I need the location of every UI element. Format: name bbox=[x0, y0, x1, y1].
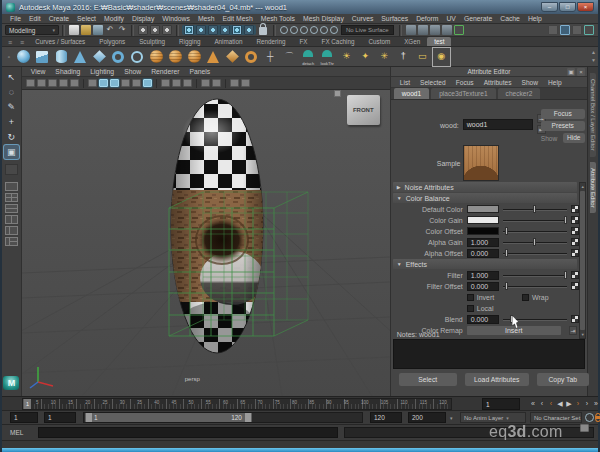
color-management-icon[interactable] bbox=[212, 79, 221, 87]
animation-end-field[interactable]: 200 bbox=[408, 412, 446, 423]
presets-button[interactable]: Presets bbox=[541, 121, 585, 131]
notes-textarea[interactable] bbox=[393, 339, 585, 369]
view-cube[interactable]: FRONT bbox=[347, 95, 380, 125]
value-field[interactable]: 1.000 bbox=[467, 238, 499, 247]
output-connections-icon[interactable] bbox=[290, 26, 298, 34]
scroll-down-icon[interactable]: ▼ bbox=[580, 331, 585, 338]
default-material-icon[interactable] bbox=[201, 79, 210, 87]
menu-item[interactable]: Surfaces bbox=[377, 15, 412, 22]
time-slider-track[interactable]: 1 51015202530354045505560657075808590951… bbox=[22, 398, 452, 410]
layout-two-side-by-side[interactable] bbox=[5, 215, 18, 224]
save-scene-icon[interactable] bbox=[93, 25, 103, 35]
slider-handle[interactable] bbox=[505, 282, 508, 290]
film-gate-icon[interactable] bbox=[241, 79, 250, 87]
close-icon[interactable]: × bbox=[577, 68, 585, 76]
soft-select-icon[interactable] bbox=[330, 26, 338, 34]
redo-icon[interactable]: ↷ bbox=[117, 25, 127, 35]
shadows-icon[interactable] bbox=[132, 79, 141, 87]
title-bar[interactable]: Autodesk Maya 2016: E:₩Basic₩shader₩scen… bbox=[2, 0, 598, 14]
go-to-start-button[interactable]: « bbox=[529, 398, 537, 410]
scrollbar-handle[interactable] bbox=[580, 191, 585, 330]
subdiv-sphere2-icon[interactable] bbox=[167, 48, 184, 66]
character-set-selector[interactable]: No Character Set bbox=[530, 412, 582, 423]
select-object-icon[interactable] bbox=[150, 25, 160, 35]
texture-map-button[interactable] bbox=[571, 315, 579, 323]
separator[interactable] bbox=[196, 79, 197, 88]
history-icon[interactable] bbox=[300, 26, 308, 34]
texture-sample-swatch[interactable] bbox=[463, 145, 499, 181]
value-field[interactable]: 0.000 bbox=[467, 249, 499, 258]
menu-item[interactable]: Windows bbox=[158, 15, 194, 22]
shelf-tab-curves-surfaces[interactable]: Curves / Surfaces bbox=[28, 37, 92, 46]
area-light-icon[interactable]: ▭ bbox=[414, 48, 431, 66]
layout-outliner-persp[interactable] bbox=[5, 226, 18, 235]
separator[interactable] bbox=[83, 79, 84, 88]
subdiv-sphere-icon[interactable] bbox=[148, 48, 165, 66]
step-forward-frame-button[interactable]: › bbox=[583, 398, 591, 410]
lock-camera-icon[interactable] bbox=[37, 79, 46, 87]
checkbox-icon[interactable] bbox=[467, 305, 474, 312]
command-line-mode-label[interactable]: MEL bbox=[10, 428, 36, 438]
poly-torus-icon[interactable] bbox=[110, 48, 127, 66]
range-track[interactable]: 1 120 bbox=[83, 412, 363, 423]
ae-footer-button[interactable]: Select bbox=[399, 373, 457, 386]
shelf-tab-xgen[interactable]: XGen bbox=[397, 37, 427, 46]
layout-three-pane[interactable] bbox=[5, 237, 18, 246]
auto-keyframe-icon[interactable] bbox=[595, 413, 600, 422]
render-settings-icon[interactable] bbox=[442, 25, 452, 35]
slider[interactable] bbox=[503, 226, 567, 236]
poly-sphere-icon[interactable] bbox=[15, 48, 32, 66]
slider[interactable] bbox=[503, 237, 567, 247]
step-back-frame-button[interactable]: ‹ bbox=[538, 398, 546, 410]
arc-tool-icon[interactable]: ⌒ bbox=[281, 48, 298, 66]
ae-footer-button[interactable]: Load Attributes bbox=[465, 373, 529, 386]
directional-light-icon[interactable]: ✦ bbox=[357, 48, 374, 66]
slider-handle[interactable] bbox=[505, 249, 508, 257]
lasso-select-tool[interactable]: ◌ bbox=[4, 85, 19, 99]
panel-menu-item[interactable]: Lighting bbox=[85, 68, 119, 75]
layout-four-pane[interactable] bbox=[5, 193, 18, 202]
focus-button[interactable]: Focus bbox=[541, 109, 585, 119]
value-field[interactable]: 0.000 bbox=[467, 315, 499, 324]
checkbox-wrap[interactable]: Wrap bbox=[522, 294, 577, 301]
paint-select-tool[interactable]: ✎ bbox=[4, 100, 19, 114]
wireframe-icon[interactable] bbox=[88, 79, 97, 87]
undo-icon[interactable]: ↶ bbox=[105, 25, 115, 35]
step-back-key-button[interactable]: ‹ bbox=[547, 398, 555, 410]
go-to-end-button[interactable]: » bbox=[592, 398, 600, 410]
color-swatch[interactable] bbox=[467, 216, 499, 224]
ae-tab-checker2[interactable]: checker2 bbox=[498, 88, 541, 99]
modeling-toolkit-toggle-icon[interactable] bbox=[584, 25, 594, 35]
select-hierarchy-icon[interactable] bbox=[138, 25, 148, 35]
slider-handle[interactable] bbox=[505, 227, 508, 235]
layout-two-stacked[interactable] bbox=[5, 204, 18, 213]
panel-menu-item[interactable]: Show bbox=[119, 68, 146, 75]
menu-item[interactable]: Edit Mesh bbox=[219, 15, 257, 22]
poly-cone-icon[interactable] bbox=[72, 48, 89, 66]
quick-render-icon[interactable] bbox=[418, 25, 428, 35]
ae-menu-item[interactable]: List bbox=[395, 79, 415, 86]
last-tool-slot[interactable] bbox=[5, 164, 18, 175]
menu-item[interactable]: File bbox=[6, 15, 25, 22]
slider-handle[interactable] bbox=[564, 271, 567, 279]
ae-tab-wood1[interactable]: wood1 bbox=[394, 88, 429, 99]
curve-tool-icon[interactable]: ┼ bbox=[262, 48, 279, 66]
side-tab-attribute-editor[interactable]: Attribute Editor bbox=[590, 162, 596, 214]
color-swatch[interactable] bbox=[467, 205, 499, 213]
texture-map-button[interactable] bbox=[571, 238, 579, 246]
point-light-icon[interactable]: ✳ bbox=[376, 48, 393, 66]
menu-item[interactable]: Edit bbox=[25, 15, 45, 22]
texture-map-button[interactable] bbox=[571, 216, 579, 224]
animation-start-field[interactable]: 1 bbox=[10, 412, 38, 423]
slider-handle[interactable] bbox=[533, 205, 536, 213]
shelf-tab-fx-caching[interactable]: FX Caching bbox=[315, 37, 362, 46]
panel-menu-item[interactable]: Panels bbox=[184, 68, 215, 75]
menu-item[interactable]: Mesh Tools bbox=[257, 15, 299, 22]
volume-light-icon[interactable]: ◉ bbox=[433, 48, 450, 66]
scroll-up-icon[interactable]: ▲ bbox=[580, 183, 585, 190]
poly-cube-icon[interactable] bbox=[34, 48, 51, 66]
anim-layer-selector[interactable]: No Anim Layer ▾ bbox=[460, 412, 526, 423]
texture-map-button[interactable] bbox=[571, 282, 579, 290]
slider[interactable] bbox=[503, 248, 567, 258]
range-bar[interactable]: 1 120 bbox=[85, 413, 252, 422]
